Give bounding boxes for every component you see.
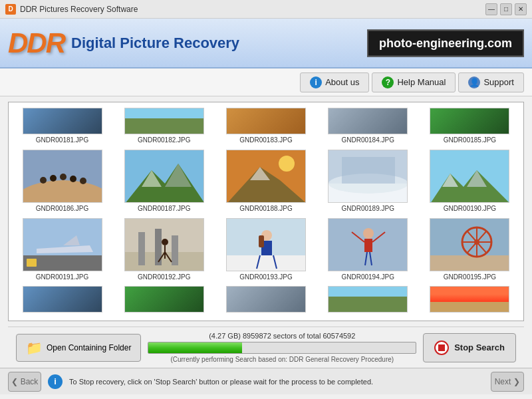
- thumbnail: [328, 218, 408, 271]
- list-item[interactable]: [116, 286, 212, 315]
- thumbnail: [124, 218, 204, 271]
- filename: GNDR00182.JPG: [138, 136, 190, 144]
- thumbnail: [23, 218, 102, 271]
- thumbnail: [23, 108, 102, 134]
- thumbnail: [226, 108, 306, 134]
- folder-icon: 📁: [26, 340, 43, 356]
- open-containing-folder-button[interactable]: 📁 Open Containing Folder: [16, 334, 141, 362]
- list-item[interactable]: GNDR00188.JPG: [217, 150, 314, 213]
- filename: GNDR00194.JPG: [341, 273, 394, 281]
- svg-point-3: [50, 175, 57, 182]
- image-grid: GNDR00181.JPG GNDR00182.JPG GNDR00183.JP…: [9, 102, 523, 321]
- thumbnail: [328, 108, 408, 134]
- svg-rect-32: [172, 235, 178, 265]
- svg-rect-38: [227, 255, 306, 271]
- image-gallery: GNDR00181.JPG GNDR00182.JPG GNDR00183.JP…: [8, 102, 524, 321]
- list-item[interactable]: GNDR00183.JPG: [217, 108, 314, 144]
- stop-square: [438, 344, 445, 351]
- help-manual-label: Help Manual: [397, 77, 446, 87]
- list-item[interactable]: GNDR00192.JPG: [116, 218, 212, 281]
- svg-point-4: [60, 174, 66, 180]
- list-item[interactable]: GNDR00181.JPG: [14, 108, 110, 144]
- filename: GNDR00191.JPG: [36, 273, 88, 281]
- about-us-button[interactable]: i About us: [300, 72, 369, 92]
- info-icon: i: [310, 76, 322, 88]
- svg-rect-18: [342, 157, 395, 184]
- thumbnail: [226, 286, 306, 313]
- list-item[interactable]: GNDR00190.JPG: [422, 150, 518, 213]
- list-item[interactable]: GNDR00186.JPG: [14, 150, 110, 213]
- thumbnail: [124, 150, 204, 203]
- maximize-button[interactable]: □: [500, 3, 512, 15]
- list-item[interactable]: GNDR00195.JPG: [422, 218, 518, 281]
- navbar: i About us ? Help Manual 👤 Support: [0, 68, 532, 96]
- svg-point-6: [80, 178, 86, 184]
- status-bar: ❮ Back i To Stop recovery, click on 'Sto…: [0, 368, 532, 394]
- back-label: Back: [21, 377, 39, 386]
- thumbnail: [23, 150, 102, 203]
- filename: GNDR00192.JPG: [138, 273, 190, 281]
- list-item[interactable]: GNDR00194.JPG: [320, 218, 416, 281]
- filename: GNDR00193.JPG: [239, 273, 292, 281]
- thumbnail: [124, 286, 204, 313]
- list-item[interactable]: [217, 286, 314, 315]
- svg-point-14: [279, 156, 295, 172]
- svg-rect-31: [155, 229, 162, 265]
- svg-rect-52: [430, 255, 509, 271]
- titlebar: D DDR Pictures Recovery Software — □ ✕: [0, 0, 532, 19]
- list-item[interactable]: [320, 286, 416, 315]
- close-button[interactable]: ✕: [515, 3, 527, 15]
- support-button[interactable]: 👤 Support: [458, 72, 524, 92]
- logo-area: DDR Digital Picture Recovery: [8, 29, 239, 57]
- logo-text: Digital Picture Recovery: [71, 35, 239, 52]
- status-info-icon: i: [48, 374, 63, 389]
- thumbnail: [430, 150, 509, 203]
- support-icon: 👤: [468, 76, 480, 88]
- progress-bar-fill: [148, 342, 242, 353]
- window-controls: — □ ✕: [485, 3, 527, 15]
- about-us-label: About us: [325, 77, 359, 87]
- list-item[interactable]: GNDR00189.JPG: [320, 150, 416, 213]
- filename: GNDR00190.JPG: [444, 205, 496, 212]
- stop-label: Stop Search: [454, 342, 505, 352]
- logo-ddr: DDR: [8, 29, 65, 57]
- thumbnail: [430, 108, 509, 134]
- help-manual-button[interactable]: ? Help Manual: [372, 72, 456, 92]
- filename: GNDR00186.JPG: [36, 205, 88, 212]
- list-item[interactable]: [14, 286, 110, 315]
- list-item[interactable]: GNDR00193.JPG: [217, 218, 314, 281]
- list-item[interactable]: GNDR00185.JPG: [422, 108, 518, 144]
- thumbnail: [23, 286, 102, 313]
- list-item[interactable]: GNDR00182.JPG: [116, 108, 212, 144]
- thumbnail: [430, 218, 509, 271]
- svg-point-5: [70, 176, 76, 182]
- svg-rect-43: [259, 235, 264, 247]
- filename: GNDR00183.JPG: [239, 136, 292, 144]
- progress-sub-text: (Currently performing Search based on: D…: [148, 356, 416, 363]
- action-bar: 📁 Open Containing Folder (4.27 GB) 89598…: [8, 327, 524, 368]
- filename: GNDR00188.JPG: [239, 205, 292, 212]
- support-label: Support: [483, 77, 514, 87]
- svg-rect-30: [138, 232, 145, 265]
- next-arrow-icon: ❯: [513, 377, 520, 386]
- filename: GNDR00184.JPG: [341, 136, 394, 144]
- svg-point-58: [474, 239, 479, 245]
- list-item[interactable]: GNDR00184.JPG: [320, 108, 416, 144]
- list-item[interactable]: [422, 286, 518, 315]
- svg-point-33: [162, 239, 168, 245]
- minimize-button[interactable]: —: [485, 3, 497, 15]
- thumbnail: [124, 108, 204, 134]
- next-button[interactable]: Next ❯: [491, 372, 524, 392]
- help-icon: ?: [382, 76, 394, 88]
- stop-icon: [434, 340, 449, 355]
- stop-search-button[interactable]: Stop Search: [423, 333, 516, 362]
- filename: GNDR00189.JPG: [341, 205, 394, 212]
- website-text: photo-engineering.com: [379, 36, 512, 49]
- website-badge: photo-engineering.com: [367, 29, 524, 57]
- back-button[interactable]: ❮ Back: [8, 372, 41, 392]
- svg-rect-27: [27, 259, 37, 267]
- progress-area: (4.27 GB) 8959872 sectors of total 60574…: [148, 332, 416, 363]
- list-item[interactable]: GNDR00187.JPG: [116, 150, 212, 213]
- list-item[interactable]: GNDR00191.JPG: [14, 218, 110, 281]
- progress-bar: [148, 342, 416, 354]
